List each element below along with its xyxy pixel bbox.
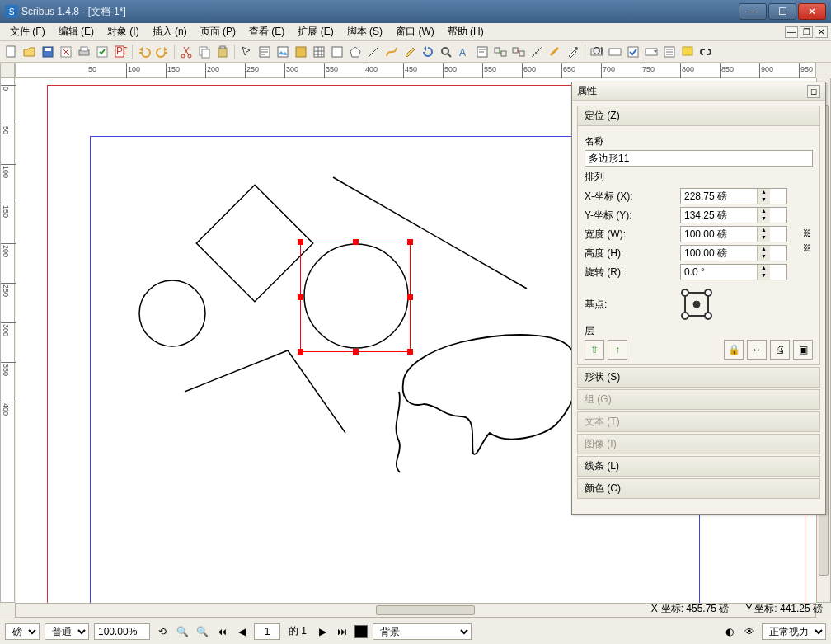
window-maximize-button[interactable]: ☐	[768, 3, 796, 20]
h-input[interactable]	[681, 247, 757, 259]
menu-window[interactable]: 窗口 (W)	[389, 23, 441, 40]
group-toggle-button[interactable]: ▣	[793, 340, 813, 360]
raise-button[interactable]: ↑	[608, 340, 627, 360]
window-minimize-button[interactable]: —	[739, 3, 767, 20]
tool-pdf-button[interactable]: OK	[589, 44, 605, 60]
prev-page-icon[interactable]: ◀	[234, 624, 249, 639]
next-page-icon[interactable]: ▶	[315, 624, 330, 639]
horizontal-ruler[interactable]: 5010015020025030035040045050055060065070…	[15, 63, 816, 78]
tool-redo[interactable]	[154, 44, 171, 60]
name-input[interactable]	[585, 150, 813, 167]
tool-pdf-textfield[interactable]	[607, 44, 623, 60]
handle-se[interactable]	[407, 349, 413, 355]
tool-measure[interactable]	[528, 44, 545, 60]
tool-link-frames[interactable]	[492, 44, 509, 60]
raise-to-top-button[interactable]: ⇧	[585, 340, 604, 360]
vertical-ruler[interactable]: 050100150200250300350400	[0, 78, 15, 603]
tool-rotate[interactable]	[420, 44, 436, 60]
section-line-header[interactable]: 线条 (L)	[577, 456, 820, 477]
menu-insert[interactable]: 插入 (n)	[146, 23, 194, 40]
section-color-header[interactable]: 颜色 (C)	[577, 478, 820, 499]
zoom-in-icon[interactable]: 🔍	[195, 624, 209, 639]
basepoint-widget[interactable]	[680, 288, 713, 321]
menu-edit[interactable]: 编辑 (E)	[52, 23, 101, 40]
w-input[interactable]	[681, 228, 757, 240]
section-xyz-header[interactable]: 定位 (Z)	[577, 106, 820, 126]
menu-file[interactable]: 文件 (F)	[3, 23, 52, 40]
menu-page[interactable]: 页面 (P)	[194, 23, 242, 40]
section-shape-header[interactable]: 形状 (S)	[577, 367, 820, 388]
menu-object[interactable]: 对象 (I)	[101, 23, 146, 40]
section-group-header[interactable]: 组 (G)	[577, 389, 820, 410]
print-toggle-button[interactable]: 🖨	[770, 340, 790, 360]
down-icon[interactable]: ▼	[757, 253, 770, 261]
preview-icon[interactable]: 👁	[742, 624, 757, 639]
cms-icon[interactable]: ◐	[722, 624, 737, 639]
up-icon[interactable]: ▲	[757, 246, 770, 253]
tool-edit-text[interactable]: A	[456, 44, 472, 60]
properties-titlebar[interactable]: 属性 ◻	[572, 82, 825, 101]
tool-zoom[interactable]	[438, 44, 454, 60]
tool-bezier[interactable]	[383, 44, 400, 60]
tool-render-frame[interactable]	[293, 44, 309, 60]
up-icon[interactable]: ▲	[757, 265, 770, 272]
x-spin[interactable]: ▲▼	[680, 188, 787, 204]
handle-n[interactable]	[353, 239, 359, 245]
menu-extras[interactable]: 扩展 (E)	[291, 23, 340, 40]
tool-freehand[interactable]	[401, 44, 418, 60]
tool-close[interactable]	[58, 44, 74, 60]
down-icon[interactable]: ▼	[757, 215, 770, 223]
h-spin[interactable]: ▲▼	[680, 245, 787, 261]
window-close-button[interactable]: ✕	[798, 3, 826, 20]
tool-polygon[interactable]	[347, 44, 364, 60]
first-page-icon[interactable]: ⏮	[214, 624, 229, 639]
lock-size-button[interactable]: ↔	[747, 340, 767, 360]
up-icon[interactable]: ▲	[757, 208, 770, 215]
page-input[interactable]	[254, 623, 280, 640]
tool-eyedropper[interactable]	[565, 44, 581, 60]
lock-button[interactable]: 🔒	[724, 340, 744, 360]
rot-spin[interactable]: ▲▼	[680, 264, 787, 280]
tool-unlink-frames[interactable]	[510, 44, 527, 60]
tool-pdf-listbox[interactable]	[661, 44, 678, 60]
selection-box[interactable]	[300, 242, 411, 352]
tool-image-frame[interactable]	[275, 44, 291, 60]
down-icon[interactable]: ▼	[757, 234, 770, 242]
tool-table[interactable]	[311, 44, 327, 60]
tool-select[interactable]	[238, 44, 255, 60]
tool-new[interactable]	[3, 44, 20, 60]
tool-story-editor[interactable]	[474, 44, 491, 60]
mdi-restore-button[interactable]: ❐	[800, 26, 813, 38]
tool-copy-properties[interactable]	[547, 44, 563, 60]
zoom-reset-icon[interactable]: ⟲	[155, 624, 170, 639]
handle-e[interactable]	[407, 294, 413, 300]
y-input[interactable]	[681, 209, 757, 221]
y-spin[interactable]: ▲▼	[680, 207, 787, 223]
tool-paste[interactable]	[214, 44, 231, 60]
handle-s[interactable]	[353, 349, 359, 355]
section-image-header[interactable]: 图像 (I)	[577, 434, 820, 454]
handle-nw[interactable]	[298, 239, 303, 245]
properties-panel[interactable]: 属性 ◻ 定位 (Z) 名称 排列 X-坐标 (X): ▲▼ Y-坐标 (Y):…	[571, 82, 826, 515]
link-wh-icon[interactable]: ⛓	[801, 228, 813, 240]
tool-pdf-annotation[interactable]	[679, 44, 696, 60]
scroll-thumb[interactable]	[376, 605, 475, 615]
handle-ne[interactable]	[407, 239, 413, 245]
down-icon[interactable]: ▼	[757, 196, 770, 204]
properties-close-button[interactable]: ◻	[807, 85, 820, 98]
tool-export-pdf[interactable]: PDF	[112, 44, 129, 60]
tool-shape[interactable]	[329, 44, 345, 60]
up-icon[interactable]: ▲	[757, 189, 770, 196]
mdi-minimize-button[interactable]: —	[785, 26, 798, 38]
tool-pdf-checkbox[interactable]	[625, 44, 641, 60]
down-icon[interactable]: ▼	[757, 272, 770, 280]
tool-cut[interactable]	[178, 44, 195, 60]
render-select[interactable]: 普通	[45, 623, 89, 640]
zoom-input[interactable]	[94, 623, 150, 640]
vision-select[interactable]: 正常视力	[762, 623, 826, 640]
tool-print[interactable]	[76, 44, 92, 60]
tool-open[interactable]	[21, 44, 38, 60]
x-input[interactable]	[681, 190, 757, 202]
tool-undo[interactable]	[136, 44, 153, 60]
unit-select[interactable]: 磅	[5, 623, 40, 640]
